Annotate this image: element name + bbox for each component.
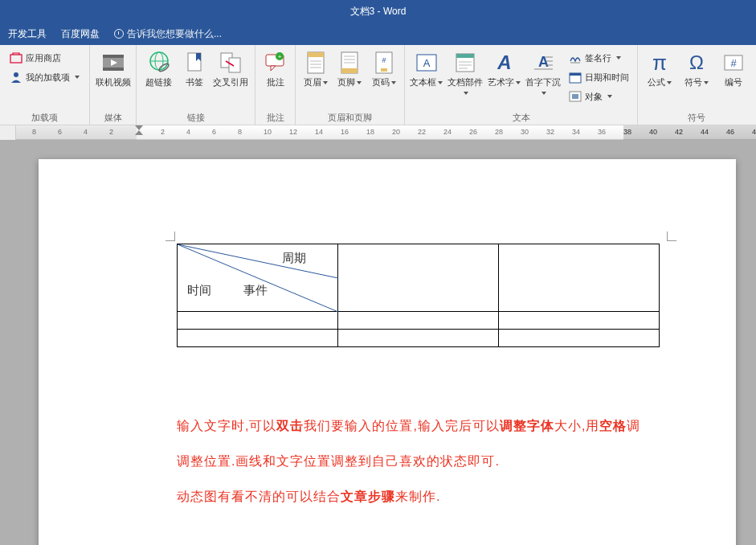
table-cell[interactable]: [499, 244, 660, 312]
crossref-button[interactable]: 交叉引用: [212, 48, 250, 112]
myaddins-button[interactable]: 我的加载项: [6, 69, 83, 85]
horizontal-ruler[interactable]: 8642246810121416182022242628303234363840…: [16, 125, 756, 140]
footer-button[interactable]: 页脚: [334, 48, 365, 112]
store-button[interactable]: 应用商店: [6, 50, 83, 66]
bookmark-button[interactable]: 书签: [180, 48, 209, 112]
svg-text:#: #: [730, 57, 737, 69]
svg-rect-32: [456, 54, 474, 58]
svg-text:+: +: [277, 53, 281, 60]
svg-rect-4: [103, 68, 124, 71]
crossref-icon: [218, 50, 243, 76]
th-time: 时间: [187, 283, 211, 298]
ruler-tick: 22: [418, 128, 426, 136]
tell-me-placeholder: 告诉我您想要做什么...: [127, 27, 222, 41]
svg-rect-46: [572, 94, 578, 99]
paragraph-2[interactable]: 动态图有看不清的可以结合文章步骤来制作.: [177, 486, 440, 509]
page[interactable]: 周期 时间 事件 输入文字时,可以双击我们要输入的位置,输入完后可以调整字体大小…: [39, 159, 736, 545]
ruler-tick: 8: [238, 128, 242, 136]
chevron-down-icon: [704, 81, 709, 84]
group-label-symbols: 符号: [638, 112, 755, 125]
ruler[interactable]: 8642246810121416182022242628303234363840…: [0, 125, 756, 140]
comment-button[interactable]: + 批注: [260, 48, 290, 112]
svg-line-51: [178, 244, 338, 278]
paragraph-1[interactable]: 输入文字时,可以双击我们要输入的位置,输入完后可以调整字体大小,用空格调: [177, 415, 640, 438]
number-button[interactable]: # 编号: [717, 48, 750, 112]
chevron-down-icon: [516, 81, 521, 84]
svg-text:A: A: [538, 54, 549, 70]
symbol-button[interactable]: Ω 符号: [680, 48, 713, 112]
svg-text:π: π: [652, 51, 667, 75]
document-area: 周期 时间 事件 输入文字时,可以双击我们要输入的位置,输入完后可以调整字体大小…: [0, 140, 756, 545]
ruler-tick: 32: [546, 128, 554, 136]
wordart-button[interactable]: A 艺术字: [488, 48, 521, 112]
chevron-down-icon: [667, 81, 672, 84]
ruler-tick: 20: [392, 128, 400, 136]
table-cell[interactable]: [499, 330, 660, 347]
dropcap-icon: A: [530, 50, 556, 76]
paragraph-1b[interactable]: 调整位置.画线和文字位置调整到自己喜欢的状态即可.: [177, 450, 500, 473]
tab-baidu[interactable]: 百度网盘: [61, 27, 100, 41]
tab-devtools[interactable]: 开发工具: [8, 27, 47, 41]
group-label-hf: 页眉和页脚: [296, 112, 404, 125]
table-cell[interactable]: [178, 312, 338, 330]
table-cell[interactable]: [178, 330, 338, 347]
th-period: 周期: [282, 251, 306, 266]
tell-me-search[interactable]: 告诉我您想要做什么...: [114, 27, 222, 41]
table-cell[interactable]: [499, 312, 660, 330]
chevron-down-icon: [464, 92, 468, 95]
datetime-button[interactable]: 日期和时间: [566, 69, 632, 85]
group-label-addins: 加载项: [0, 112, 89, 125]
svg-rect-12: [229, 58, 240, 72]
table-header-cell[interactable]: 周期 时间 事件: [178, 244, 338, 312]
table-cell[interactable]: [338, 330, 499, 347]
group-label-links: 链接: [137, 112, 255, 125]
ruler-tick: 4: [186, 128, 190, 136]
equation-button[interactable]: π 公式: [643, 48, 676, 112]
footer-icon: [337, 50, 362, 76]
first-line-indent-marker[interactable]: [135, 130, 143, 135]
chevron-down-icon: [323, 81, 328, 84]
table-cell[interactable]: [338, 312, 499, 330]
ruler-tick: 12: [289, 128, 297, 136]
bookmark-icon: [182, 50, 207, 76]
ruler-tick: 16: [341, 128, 349, 136]
svg-rect-0: [10, 55, 22, 63]
svg-rect-17: [308, 52, 324, 57]
comment-icon: +: [263, 50, 288, 76]
quickparts-button[interactable]: 文档部件: [447, 48, 484, 112]
pagenum-button[interactable]: # 页码: [369, 48, 399, 112]
table-cell[interactable]: [338, 244, 499, 312]
hanging-indent-marker[interactable]: [135, 125, 143, 130]
ruler-tick: 36: [598, 128, 606, 136]
number-icon: #: [721, 50, 746, 76]
online-video-button[interactable]: 联机视频: [95, 48, 131, 112]
svg-text:Ω: Ω: [689, 51, 704, 73]
header-button[interactable]: 页眉: [300, 48, 331, 112]
hyperlink-button[interactable]: 超链接: [141, 48, 177, 112]
svg-rect-44: [570, 73, 581, 76]
chevron-down-icon: [438, 81, 443, 84]
ruler-corner: [0, 125, 16, 140]
ruler-tick: 34: [572, 128, 580, 136]
ruler-tick: 2: [161, 128, 165, 136]
margin-corner-icon: [166, 232, 175, 241]
chevron-down-icon: [357, 81, 362, 84]
bulb-icon: [114, 29, 124, 39]
window-title: 文档3 - Word: [350, 6, 407, 17]
ruler-tick: 24: [443, 128, 452, 136]
margin-corner-icon: [667, 232, 676, 241]
quickparts-icon: [452, 50, 478, 76]
group-label-text: 文本: [405, 112, 637, 125]
textbox-button[interactable]: A 文本框: [410, 48, 443, 112]
signature-icon: [569, 51, 582, 64]
sigline-button[interactable]: 签名行: [566, 50, 632, 66]
group-label-comments: 批注: [255, 112, 295, 125]
dropcap-button[interactable]: A 首字下沉: [525, 48, 562, 112]
document-table[interactable]: 周期 时间 事件: [177, 244, 660, 347]
object-button[interactable]: 对象: [566, 88, 632, 104]
ruler-margin-shade: [623, 125, 756, 140]
group-label-media: 媒体: [90, 112, 136, 125]
ruler-tick: 28: [495, 128, 503, 136]
svg-rect-3: [103, 55, 124, 58]
store-icon: [10, 51, 22, 64]
